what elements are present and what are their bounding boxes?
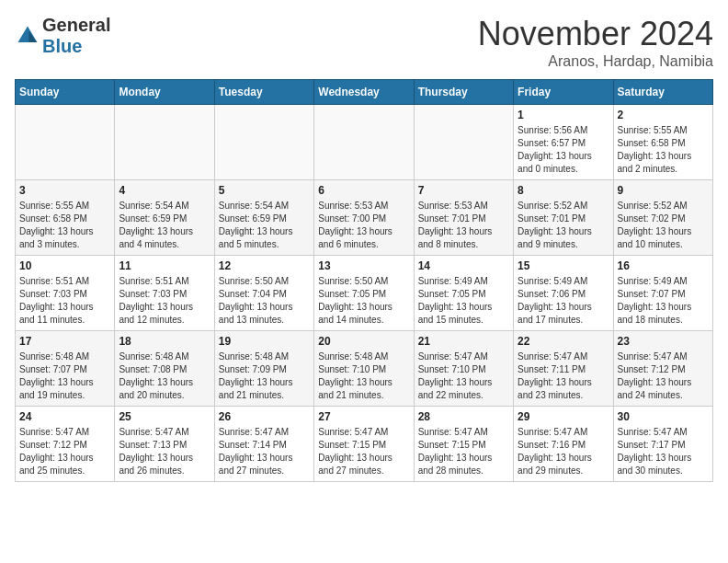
day-info: Sunrise: 5:56 AM Sunset: 6:57 PM Dayligh… <box>518 124 609 176</box>
day-number: 28 <box>418 410 509 423</box>
calendar-week-row: 17Sunrise: 5:48 AM Sunset: 7:07 PM Dayli… <box>16 331 713 407</box>
day-number: 21 <box>418 335 509 348</box>
calendar-day-cell: 1Sunrise: 5:56 AM Sunset: 6:57 PM Daylig… <box>514 105 613 180</box>
day-info: Sunrise: 5:47 AM Sunset: 7:13 PM Dayligh… <box>119 426 210 477</box>
day-info: Sunrise: 5:48 AM Sunset: 7:07 PM Dayligh… <box>19 350 110 402</box>
day-number: 29 <box>518 410 609 423</box>
day-info: Sunrise: 5:49 AM Sunset: 7:07 PM Dayligh… <box>618 275 709 327</box>
day-info: Sunrise: 5:47 AM Sunset: 7:14 PM Dayligh… <box>219 426 310 477</box>
day-info: Sunrise: 5:51 AM Sunset: 7:03 PM Dayligh… <box>19 275 110 327</box>
calendar-day-cell: 12Sunrise: 5:50 AM Sunset: 7:04 PM Dayli… <box>214 256 313 331</box>
calendar-week-row: 24Sunrise: 5:47 AM Sunset: 7:12 PM Dayli… <box>16 407 713 482</box>
day-number: 15 <box>518 259 609 272</box>
day-number: 1 <box>518 109 609 121</box>
calendar-day-cell <box>414 105 513 180</box>
day-number: 30 <box>618 410 709 423</box>
calendar-week-row: 1Sunrise: 5:56 AM Sunset: 6:57 PM Daylig… <box>16 105 713 180</box>
calendar-day-cell: 16Sunrise: 5:49 AM Sunset: 7:07 PM Dayli… <box>613 256 712 331</box>
calendar-day-cell: 17Sunrise: 5:48 AM Sunset: 7:07 PM Dayli… <box>16 331 115 407</box>
calendar-day-cell: 28Sunrise: 5:47 AM Sunset: 7:15 PM Dayli… <box>414 407 513 482</box>
calendar-week-row: 3Sunrise: 5:55 AM Sunset: 6:58 PM Daylig… <box>16 180 713 256</box>
day-number: 9 <box>618 184 709 197</box>
calendar-week-row: 10Sunrise: 5:51 AM Sunset: 7:03 PM Dayli… <box>16 256 713 331</box>
weekday-header-cell: Monday <box>115 80 214 105</box>
day-info: Sunrise: 5:54 AM Sunset: 6:59 PM Dayligh… <box>119 200 210 251</box>
calendar-day-cell: 13Sunrise: 5:50 AM Sunset: 7:05 PM Dayli… <box>314 256 414 331</box>
day-number: 6 <box>318 184 409 197</box>
calendar-day-cell: 21Sunrise: 5:47 AM Sunset: 7:10 PM Dayli… <box>414 331 513 407</box>
day-info: Sunrise: 5:47 AM Sunset: 7:17 PM Dayligh… <box>618 426 709 477</box>
day-number: 26 <box>219 410 310 423</box>
day-number: 10 <box>19 259 110 272</box>
calendar-day-cell <box>314 105 414 180</box>
calendar-day-cell: 10Sunrise: 5:51 AM Sunset: 7:03 PM Dayli… <box>16 256 115 331</box>
calendar-day-cell: 26Sunrise: 5:47 AM Sunset: 7:14 PM Dayli… <box>214 407 313 482</box>
logo: General Blue <box>15 15 110 57</box>
logo-icon <box>15 23 40 49</box>
weekday-header-cell: Wednesday <box>314 80 414 105</box>
day-info: Sunrise: 5:48 AM Sunset: 7:10 PM Dayligh… <box>318 350 409 402</box>
calendar-day-cell: 3Sunrise: 5:55 AM Sunset: 6:58 PM Daylig… <box>16 180 115 256</box>
calendar-day-cell: 9Sunrise: 5:52 AM Sunset: 7:02 PM Daylig… <box>613 180 712 256</box>
location-subtitle: Aranos, Hardap, Namibia <box>478 53 713 70</box>
day-number: 5 <box>219 184 310 197</box>
day-info: Sunrise: 5:48 AM Sunset: 7:09 PM Dayligh… <box>219 350 310 402</box>
calendar-day-cell: 15Sunrise: 5:49 AM Sunset: 7:06 PM Dayli… <box>514 256 613 331</box>
logo-general-text: General <box>42 15 110 35</box>
weekday-header-row: SundayMondayTuesdayWednesdayThursdayFrid… <box>16 80 713 105</box>
day-number: 3 <box>19 184 110 197</box>
day-info: Sunrise: 5:53 AM Sunset: 7:01 PM Dayligh… <box>418 200 509 251</box>
title-area: November 2024 Aranos, Hardap, Namibia <box>478 15 713 70</box>
weekday-header-cell: Thursday <box>414 80 513 105</box>
page-header: General Blue November 2024 Aranos, Harda… <box>15 15 713 70</box>
day-info: Sunrise: 5:47 AM Sunset: 7:10 PM Dayligh… <box>418 350 509 402</box>
day-info: Sunrise: 5:50 AM Sunset: 7:05 PM Dayligh… <box>318 275 409 327</box>
calendar-day-cell: 6Sunrise: 5:53 AM Sunset: 7:00 PM Daylig… <box>314 180 414 256</box>
day-info: Sunrise: 5:54 AM Sunset: 6:59 PM Dayligh… <box>219 200 310 251</box>
weekday-header-cell: Saturday <box>613 80 712 105</box>
day-info: Sunrise: 5:47 AM Sunset: 7:12 PM Dayligh… <box>618 350 709 402</box>
svg-marker-1 <box>28 30 36 42</box>
day-info: Sunrise: 5:47 AM Sunset: 7:11 PM Dayligh… <box>518 350 609 402</box>
day-number: 25 <box>119 410 210 423</box>
calendar-day-cell: 27Sunrise: 5:47 AM Sunset: 7:15 PM Dayli… <box>314 407 414 482</box>
calendar-body: 1Sunrise: 5:56 AM Sunset: 6:57 PM Daylig… <box>16 105 713 482</box>
day-number: 12 <box>219 259 310 272</box>
calendar-day-cell: 7Sunrise: 5:53 AM Sunset: 7:01 PM Daylig… <box>414 180 513 256</box>
calendar-day-cell: 11Sunrise: 5:51 AM Sunset: 7:03 PM Dayli… <box>115 256 214 331</box>
day-number: 13 <box>318 259 409 272</box>
day-number: 8 <box>518 184 609 197</box>
day-info: Sunrise: 5:48 AM Sunset: 7:08 PM Dayligh… <box>119 350 210 402</box>
day-info: Sunrise: 5:55 AM Sunset: 6:58 PM Dayligh… <box>618 124 709 176</box>
calendar-day-cell: 29Sunrise: 5:47 AM Sunset: 7:16 PM Dayli… <box>514 407 613 482</box>
calendar-day-cell: 2Sunrise: 5:55 AM Sunset: 6:58 PM Daylig… <box>613 105 712 180</box>
calendar-day-cell: 22Sunrise: 5:47 AM Sunset: 7:11 PM Dayli… <box>514 331 613 407</box>
calendar-day-cell: 30Sunrise: 5:47 AM Sunset: 7:17 PM Dayli… <box>613 407 712 482</box>
calendar-day-cell: 25Sunrise: 5:47 AM Sunset: 7:13 PM Dayli… <box>115 407 214 482</box>
calendar-day-cell: 14Sunrise: 5:49 AM Sunset: 7:05 PM Dayli… <box>414 256 513 331</box>
day-number: 24 <box>19 410 110 423</box>
weekday-header-cell: Tuesday <box>214 80 313 105</box>
day-number: 19 <box>219 335 310 348</box>
day-info: Sunrise: 5:50 AM Sunset: 7:04 PM Dayligh… <box>219 275 310 327</box>
month-title: November 2024 <box>478 15 713 53</box>
day-info: Sunrise: 5:47 AM Sunset: 7:12 PM Dayligh… <box>19 426 110 477</box>
calendar-day-cell: 4Sunrise: 5:54 AM Sunset: 6:59 PM Daylig… <box>115 180 214 256</box>
day-info: Sunrise: 5:53 AM Sunset: 7:00 PM Dayligh… <box>318 200 409 251</box>
calendar-day-cell <box>115 105 214 180</box>
day-number: 18 <box>119 335 210 348</box>
day-info: Sunrise: 5:47 AM Sunset: 7:16 PM Dayligh… <box>518 426 609 477</box>
day-info: Sunrise: 5:49 AM Sunset: 7:06 PM Dayligh… <box>518 275 609 327</box>
day-info: Sunrise: 5:47 AM Sunset: 7:15 PM Dayligh… <box>418 426 509 477</box>
weekday-header-cell: Sunday <box>16 80 115 105</box>
day-info: Sunrise: 5:49 AM Sunset: 7:05 PM Dayligh… <box>418 275 509 327</box>
day-number: 20 <box>318 335 409 348</box>
day-number: 23 <box>618 335 709 348</box>
day-number: 14 <box>418 259 509 272</box>
weekday-header-cell: Friday <box>514 80 613 105</box>
day-info: Sunrise: 5:55 AM Sunset: 6:58 PM Dayligh… <box>19 200 110 251</box>
calendar-day-cell <box>16 105 115 180</box>
day-number: 16 <box>618 259 709 272</box>
calendar-day-cell <box>214 105 313 180</box>
calendar-day-cell: 23Sunrise: 5:47 AM Sunset: 7:12 PM Dayli… <box>613 331 712 407</box>
